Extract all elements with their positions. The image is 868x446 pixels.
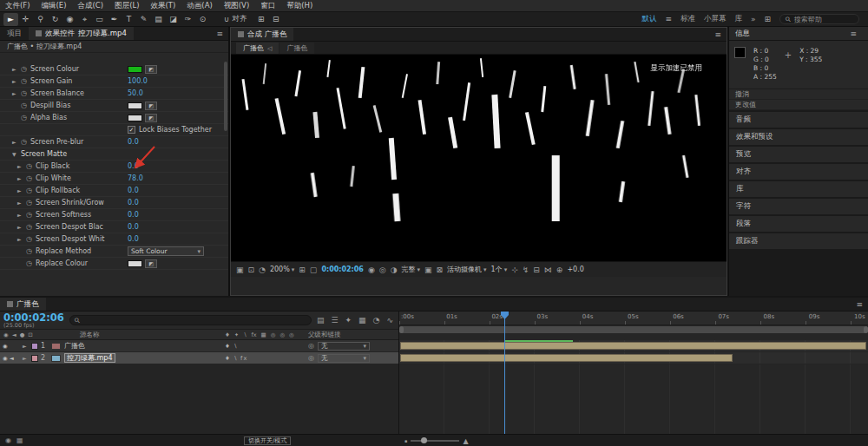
tab-effect-controls[interactable]: 效果控件 控刀绿幕.mp4 [29, 27, 134, 40]
parent-dropdown[interactable]: 无▾ [318, 354, 370, 363]
replace-method-dropdown[interactable]: Soft Colour▾ [128, 246, 204, 256]
effect-property-row[interactable]: ►◷Screen Softness0.0 [0, 209, 228, 221]
panel-menu-icon[interactable]: ≡ [211, 27, 228, 40]
transparency-grid-icon[interactable]: ⊠ [437, 266, 444, 274]
tab-project[interactable]: 项目 [0, 27, 29, 40]
shy-layers-icon[interactable]: ✦ [345, 316, 352, 325]
property-value[interactable]: 0.0 [128, 162, 139, 170]
snapshot-icon[interactable]: ◉ [368, 266, 375, 274]
checkbox-icon[interactable]: ✓ [128, 126, 135, 134]
menu-item[interactable]: 合成(C) [78, 1, 104, 11]
layer-av-icons[interactable]: ◉ [0, 343, 23, 350]
effect-property-row[interactable]: ►◷Clip Black0.0 [0, 161, 228, 173]
effect-property-row[interactable]: ▼Screen Matte [0, 148, 228, 161]
stopwatch-icon[interactable]: ◷ [21, 138, 30, 146]
layer-av-icons[interactable]: ◉ ◄ [0, 355, 23, 362]
viewer-lock-icon[interactable]: ▣ [236, 266, 244, 274]
color-swatch[interactable] [128, 66, 142, 73]
property-value[interactable]: 0.0 [128, 223, 139, 231]
workspace-standard[interactable]: 标准 [681, 14, 695, 24]
timeline-track-area[interactable]: :00s01s02s03s04s05s06s07s08s09s10s [399, 312, 868, 434]
info-panel-header[interactable]: 信息 ≡ [729, 27, 868, 41]
layer-row[interactable]: ◉►1广播色♦ ∖◎无▾ [0, 340, 398, 352]
zoom-out-icon[interactable]: ▪ [404, 438, 407, 443]
panel-tab-character[interactable]: 字符 [729, 199, 868, 214]
roto-brush-tool-icon[interactable]: ✑ [181, 13, 195, 26]
zoom-track[interactable] [411, 440, 459, 442]
tab-timeline-comp[interactable]: 广播色 [0, 298, 46, 311]
workspace-libraries[interactable]: 库 [734, 14, 742, 24]
color-swatch[interactable] [128, 102, 142, 109]
time-ruler[interactable]: :00s01s02s03s04s05s06s07s08s09s10s [399, 312, 868, 325]
panel-tab-align[interactable]: 对齐 [729, 164, 868, 180]
menu-item[interactable]: 编辑(E) [42, 1, 67, 11]
pixel-aspect-icon[interactable]: ⊹ [511, 266, 518, 274]
current-time-display[interactable]: 0:00:02:06 (25.00 fps) [3, 312, 64, 329]
parent-dropdown[interactable]: 无▾ [318, 342, 370, 351]
flowchart-button-icon[interactable]: ▦ [16, 436, 23, 444]
effect-property-row[interactable]: ◷Replace MethodSoft Colour▾ [0, 246, 228, 258]
hand-tool-icon[interactable]: ✛ [18, 13, 33, 26]
eyedropper-icon[interactable]: ◩ [145, 65, 157, 74]
effect-property-row[interactable]: ◷Replace Colour◩ [0, 258, 228, 270]
mask-visibility-icon[interactable]: ▢ [310, 266, 318, 274]
eyedropper-icon[interactable]: ◩ [145, 259, 157, 268]
region-of-interest-icon[interactable]: ▣ [424, 266, 432, 274]
effect-property-row[interactable]: ✓Lock Biases Together [0, 124, 228, 136]
layer-name[interactable]: 广播色 [64, 341, 225, 351]
motion-blur-icon[interactable]: ◔ [373, 316, 380, 325]
menu-item[interactable]: 图层(L) [115, 1, 139, 11]
timeline-search[interactable]: ⚲ [69, 315, 312, 325]
eyedropper-icon[interactable]: ◩ [145, 114, 157, 122]
effect-property-row[interactable]: ►◷Screen Pre-blur0.0 [0, 136, 228, 148]
stopwatch-icon[interactable]: ◷ [26, 235, 36, 243]
breadcrumb-item-current[interactable]: 广播色 ◁ [236, 43, 279, 54]
property-value[interactable]: 50.0 [128, 89, 143, 97]
breadcrumb-item[interactable]: 广播色 [279, 43, 314, 54]
property-value[interactable]: 0.0 [128, 211, 139, 219]
stopwatch-icon[interactable]: ◷ [21, 89, 30, 97]
eraser-tool-icon[interactable]: ◪ [166, 13, 181, 26]
menu-item[interactable]: 效果(T) [151, 1, 176, 11]
zoom-thumb[interactable] [421, 437, 427, 443]
flowchart-icon[interactable]: ⋈ [544, 266, 552, 274]
graph-editor-icon[interactable]: ∿ [386, 316, 393, 325]
workspace-overflow[interactable]: » [751, 15, 756, 23]
property-value[interactable]: 100.0 [128, 77, 148, 85]
effect-property-row[interactable]: ►◷Screen Balance50.0 [0, 88, 228, 100]
expander-icon[interactable]: ► [17, 224, 26, 230]
view-layout-select[interactable]: 1个▾ [491, 265, 508, 274]
stopwatch-icon[interactable]: ◷ [26, 223, 36, 231]
menu-item[interactable]: 窗口 [260, 1, 275, 11]
stopwatch-icon[interactable]: ◷ [21, 65, 30, 73]
workspace-default[interactable]: 默认 [641, 14, 656, 24]
expander-icon[interactable]: ► [23, 355, 31, 361]
show-snapshot-icon[interactable]: ◎ [379, 266, 386, 274]
show-channel-icon[interactable]: ◑ [391, 266, 398, 274]
expander-icon[interactable]: ► [17, 236, 26, 242]
panel-menu-icon[interactable]: ≡ [851, 298, 868, 311]
layer-duration-bar[interactable] [400, 354, 733, 362]
expander-icon[interactable]: ► [12, 90, 21, 96]
monitor-icon[interactable]: ⊡ [248, 266, 255, 274]
magnification-select[interactable]: 200%▾ [270, 266, 294, 273]
color-swatch[interactable] [128, 260, 142, 267]
effect-property-row[interactable]: ►◷Clip White78.0 [0, 173, 228, 185]
layer-name[interactable]: 控刀绿幕.mp4 [64, 353, 225, 363]
menu-item[interactable]: 帮助(H) [286, 1, 312, 11]
layer-switches[interactable]: ♦ ∖ [225, 343, 308, 350]
timeline-zoom-slider[interactable]: ▪ ▲ [404, 436, 469, 445]
snapping-control[interactable]: ∪ 对齐 [224, 14, 247, 24]
brush-tool-icon[interactable]: ✎ [136, 13, 151, 26]
effect-property-row[interactable]: ►◷Clip Rollback0.0 [0, 185, 228, 197]
menu-item[interactable]: 视图(V) [224, 1, 249, 11]
expander-icon[interactable]: ► [17, 175, 26, 181]
toggle-switches-modes-button[interactable]: 切换开关/模式 [244, 436, 291, 445]
composition-viewport[interactable]: 显示加速已禁用 [231, 55, 727, 261]
workspace-small-screen[interactable]: 小屏幕 [704, 14, 727, 24]
pan-behind-tool-icon[interactable]: ⌖ [77, 13, 92, 26]
draft-3d-icon[interactable]: ☰ [331, 316, 338, 325]
stopwatch-icon[interactable]: ◷ [26, 259, 36, 267]
playhead[interactable] [501, 312, 509, 434]
zoom-in-icon[interactable]: ▲ [463, 437, 468, 445]
